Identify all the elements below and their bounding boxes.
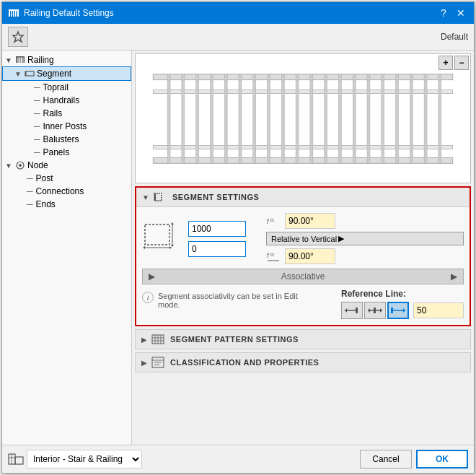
tree-item-panels[interactable]: ─ Panels — [2, 146, 131, 159]
info-icon: i — [142, 292, 154, 303]
info-ref-row: i Segment associativity can be set in Ed… — [142, 289, 464, 319]
segment-pattern-header[interactable]: ▶ SEGMENT PATTERN SETTINGS — [136, 330, 470, 349]
svg-rect-43 — [154, 193, 156, 201]
angle-row-1: f α: — [266, 213, 464, 229]
rel-btn-arrow: ▶ — [338, 234, 344, 243]
seg-left — [142, 213, 246, 264]
balusters-icon: ─ — [34, 134, 40, 144]
info-row: i Segment associativity can be set in Ed… — [142, 292, 321, 309]
title-bar-left: Railing Default Settings — [8, 7, 114, 19]
ref-line-label: Reference Line: — [341, 289, 464, 299]
node-tree-icon — [15, 160, 25, 170]
svg-marker-6 — [13, 32, 23, 42]
classification-section: ▶ CLASSIFICATION AND PROPERTIES — [135, 352, 471, 372]
classification-header[interactable]: ▶ CLASSIFICATION AND PROPERTIES — [136, 353, 470, 372]
ref-value-input[interactable] — [413, 302, 464, 318]
tree-item-node[interactable]: ▼ Node — [2, 159, 131, 172]
svg-rect-12 — [22, 56, 23, 63]
tree-item-handrails[interactable]: ─ Handrails — [2, 94, 131, 107]
tree-label-balusters: Balusters — [43, 134, 79, 144]
angle2-input[interactable] — [285, 248, 335, 264]
tree-label-node: Node — [27, 160, 48, 170]
ref-btn-mid[interactable] — [364, 302, 386, 319]
seg-right: f α: Relative to Vertical ▶ — [252, 213, 464, 264]
main-dialog: Railing Default Settings ? ✕ Default ▼ — [1, 1, 475, 474]
cancel-button[interactable]: Cancel — [360, 450, 412, 469]
svg-rect-58 — [356, 308, 358, 313]
segment-settings-header[interactable]: ▼ SEGMENT SETTINGS — [136, 188, 470, 207]
tree-item-segment[interactable]: ▼ Segment — [2, 66, 131, 81]
help-button[interactable]: ? — [436, 6, 451, 20]
associative-btn[interactable]: ▶ Associative ▶ — [142, 269, 464, 284]
svg-text:f: f — [267, 218, 270, 225]
height-input[interactable] — [188, 241, 246, 257]
svg-rect-32 — [310, 74, 313, 164]
svg-marker-47 — [169, 246, 172, 249]
close-button[interactable]: ✕ — [454, 6, 468, 20]
svg-rect-39 — [410, 74, 413, 164]
svg-marker-57 — [345, 308, 347, 313]
tree-item-toprail[interactable]: ─ Toprail — [2, 81, 131, 94]
relative-to-vertical-btn[interactable]: Relative to Vertical ▶ — [266, 232, 464, 245]
segment-pattern-title: SEGMENT PATTERN SETTINGS — [170, 335, 299, 344]
svg-rect-25 — [210, 74, 213, 164]
section-toggle-seg: ▼ — [142, 193, 149, 201]
panels-icon: ─ — [34, 147, 40, 157]
svg-rect-10 — [18, 56, 19, 63]
seg-fields: f α: Relative to Vertical ▶ — [142, 213, 464, 264]
segment-settings-title: SEGMENT SETTINGS — [172, 193, 259, 201]
classification-title: CLASSIFICATION AND PROPERTIES — [170, 358, 319, 367]
angle1-input[interactable] — [285, 213, 335, 229]
svg-rect-44 — [145, 225, 169, 245]
footer-left: Interior - Stair & Railing Exterior - Ba… — [8, 450, 142, 469]
svg-text:α:: α: — [270, 217, 275, 222]
tree-item-balusters[interactable]: ─ Balusters — [2, 133, 131, 146]
favorite-icon-btn[interactable] — [8, 27, 28, 47]
inner-posts-icon: ─ — [34, 121, 40, 131]
floor-select[interactable]: Interior - Stair & Railing Exterior - Ba… — [27, 450, 142, 469]
ref-btn-left[interactable] — [341, 302, 363, 319]
ends-icon: ─ — [27, 199, 33, 209]
segment-diagram-svg — [142, 219, 182, 259]
railing-preview-svg — [136, 54, 470, 183]
preview-minus-btn[interactable]: − — [454, 56, 469, 70]
tree-item-railing[interactable]: ▼ Railing — [2, 53, 131, 66]
footer-right: Cancel OK — [360, 450, 468, 469]
railing-title-icon — [8, 7, 19, 19]
svg-rect-28 — [253, 74, 256, 164]
tree-item-ends[interactable]: ─ Ends — [2, 198, 131, 211]
section-toggle-pattern: ▶ — [141, 336, 147, 344]
ref-btn-right[interactable] — [387, 302, 409, 319]
preview-plus-btn[interactable]: + — [438, 56, 453, 70]
svg-rect-41 — [438, 74, 441, 164]
tree-toggle-segment: ▼ — [14, 70, 25, 78]
svg-text:α:: α: — [270, 252, 275, 257]
info-section: i Segment associativity can be set in Ed… — [142, 289, 321, 309]
rails-icon: ─ — [34, 108, 40, 118]
handrails-icon: ─ — [34, 95, 40, 105]
dialog-body: Default ▼ Railing — [2, 24, 474, 473]
svg-rect-29 — [268, 74, 270, 164]
assoc-arrow-right: ▶ — [451, 271, 457, 282]
svg-rect-34 — [338, 74, 341, 164]
title-bar: Railing Default Settings ? ✕ — [2, 2, 474, 24]
tree-item-rails[interactable]: ─ Rails — [2, 107, 131, 120]
svg-rect-4 — [13, 9, 14, 17]
top-bar: Default — [2, 24, 474, 51]
svg-marker-60 — [368, 308, 370, 313]
svg-rect-36 — [367, 74, 370, 164]
section-toggle-class: ▶ — [141, 359, 147, 367]
tree-label-railing: Railing — [27, 55, 54, 65]
length-input[interactable] — [188, 221, 246, 237]
svg-rect-77 — [15, 457, 23, 464]
tree-item-inner-posts[interactable]: ─ Inner Posts — [2, 120, 131, 133]
svg-rect-11 — [20, 56, 21, 63]
svg-marker-64 — [403, 308, 405, 313]
tree-label-ends: Ends — [36, 199, 56, 209]
tree-toggle-railing: ▼ — [5, 56, 15, 64]
seg-inputs — [188, 221, 246, 257]
tree-item-connections[interactable]: ─ Connections — [2, 185, 131, 198]
ok-button[interactable]: OK — [416, 450, 468, 469]
tree-item-post[interactable]: ─ Post — [2, 172, 131, 185]
pattern-icon — [151, 333, 164, 346]
